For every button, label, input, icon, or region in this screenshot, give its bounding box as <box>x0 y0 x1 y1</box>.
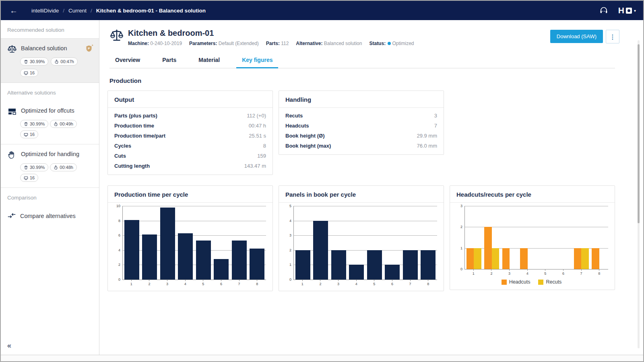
x-axis-tick-label: 7 <box>401 280 419 286</box>
solution-badge: 16 <box>20 130 38 138</box>
bar <box>367 250 382 280</box>
bar-slot <box>483 206 501 269</box>
chart-title: Panels in book per cycle <box>279 186 444 203</box>
breadcrumb-separator: / <box>91 8 92 14</box>
meta-item: Status: Optimized <box>369 41 414 46</box>
y-axis-tick-label: 8 <box>111 219 120 223</box>
stat-row: Headcuts7 <box>279 121 444 131</box>
y-axis-tick-label: 1 <box>283 263 291 267</box>
bar-slot <box>384 206 402 280</box>
y-axis-tick-label: 4 <box>283 219 291 223</box>
balance-scale-icon <box>109 28 124 43</box>
bar-chart: 024681012345678 <box>108 203 272 291</box>
y-axis-tick-label: 3 <box>283 233 291 237</box>
stack-icon <box>24 132 28 137</box>
breadcrumb-app[interactable]: intelliDivide <box>31 8 59 14</box>
page-title: Kitchen & bedroom-01 <box>128 28 414 38</box>
production-time-chart-card: Production time per cycle 02468101234567… <box>107 185 273 291</box>
stat-row: Recuts3 <box>279 111 444 121</box>
sidebar-solution-offcuts[interactable]: Optimized for offcuts 30.99%00:49h16 <box>1 101 99 144</box>
solution-badges: 30.99%00:49h16 <box>20 120 94 138</box>
bar-slot <box>348 206 366 280</box>
compare-arrows-icon <box>7 211 16 220</box>
solutions-sidebar: Recommended solution Balanced solution P… <box>1 20 99 356</box>
badge-text: 00:49h <box>60 121 73 126</box>
y-axis-tick-label: 0 <box>454 267 462 271</box>
handling-card: Handling Recuts3Headcuts7Book height (Ø)… <box>279 90 444 155</box>
chart-title: Production time per cycle <box>108 186 272 203</box>
tab-parts[interactable]: Parts <box>157 53 182 68</box>
offcut-icon <box>24 122 28 126</box>
bar <box>520 248 528 269</box>
solution-badge: 16 <box>20 69 38 77</box>
legend-swatch <box>538 280 543 285</box>
stat-value: 76.0 mm <box>417 143 437 149</box>
bar <box>502 248 510 269</box>
top-navigation-bar: ← intelliDivide / Current / Kitchen & be… <box>1 1 643 20</box>
bar <box>574 248 582 269</box>
stat-row: Production time00:47 h <box>108 121 272 131</box>
headcuts-recuts-chart-card: Headcuts/recuts per cycle 012312345678He… <box>450 185 615 290</box>
chevron-down-icon: ▾ <box>634 8 636 13</box>
comparison-header: Comparison <box>1 188 99 206</box>
breadcrumb-folder[interactable]: Current <box>68 8 87 14</box>
account-menu[interactable]: H ▾ <box>618 6 636 15</box>
offcut-board-icon <box>7 107 17 116</box>
bar <box>474 248 481 269</box>
x-axis-tick-label: 2 <box>483 269 501 276</box>
badge-text: 16 <box>30 175 35 180</box>
alternative-solutions-header: Alternative solutions <box>1 83 99 101</box>
bar <box>385 265 400 280</box>
tab-key-figures[interactable]: Key figures <box>236 53 278 68</box>
offcut-icon <box>24 60 28 64</box>
bar <box>124 220 139 280</box>
badge-text: 30.99% <box>30 59 45 64</box>
legend-swatch <box>502 280 507 285</box>
bar <box>232 241 247 280</box>
solution-name: Optimized for handling <box>21 150 94 157</box>
bar-slot <box>213 206 231 280</box>
x-axis-tick-label: 4 <box>518 269 537 276</box>
plot-area: 0123 <box>464 206 608 269</box>
bar-slot <box>177 206 195 280</box>
status-dot <box>388 42 391 45</box>
tab-material[interactable]: Material <box>193 53 225 68</box>
bar <box>421 250 436 280</box>
y-axis-tick-label: 3 <box>454 204 462 208</box>
kebab-menu-button[interactable]: ⋮ <box>606 30 619 43</box>
y-axis-tick-label: 10 <box>111 204 120 208</box>
stat-label: Production time/part <box>114 133 165 139</box>
sidebar-solution-balanced[interactable]: Balanced solution P 30.99%00:47h16 <box>1 38 99 83</box>
x-axis-tick-label: 4 <box>347 280 365 286</box>
meta-item: Parameters: Default (Extended) <box>189 41 259 46</box>
stat-row: Cuts159 <box>108 151 272 161</box>
stat-value: 143.47 m <box>244 163 266 169</box>
y-axis-tick-label: 2 <box>283 248 291 252</box>
x-axis-tick-label: 3 <box>158 280 176 286</box>
scrollbar-thumb[interactable] <box>638 44 640 223</box>
stat-label: Recuts <box>285 113 303 119</box>
x-axis-tick-label: 1 <box>293 280 312 286</box>
bar-slot <box>230 206 248 280</box>
stat-value: 25.51 s <box>249 133 266 139</box>
back-arrow-icon[interactable]: ← <box>7 4 20 17</box>
download-saw-button[interactable]: Download (SAW) <box>550 30 603 43</box>
sidebar-collapse-button[interactable]: « <box>1 341 99 356</box>
grouped-bar-chart: 012312345678HeadcutsRecuts <box>450 203 615 290</box>
stat-label: Headcuts <box>285 123 309 129</box>
recommended-solution-header: Recommended solution <box>1 20 99 38</box>
x-axis-tick-label: 8 <box>248 280 266 286</box>
homag-logo: H <box>618 6 624 15</box>
compare-alternatives-label: Compare alternatives <box>20 212 93 219</box>
job-meta: Machine: 0-240-10-2019Parameters: Defaul… <box>128 41 414 46</box>
x-axis-tick-label: 5 <box>365 280 384 286</box>
premium-shield-icon: P <box>85 44 94 53</box>
x-axis-tick-label: 6 <box>212 280 230 286</box>
badge-text: 00:48h <box>60 165 73 170</box>
sidebar-solution-handling[interactable]: Optimized for handling 30.99%00:48h16 <box>1 144 99 188</box>
compare-alternatives-item[interactable]: Compare alternatives <box>1 206 99 225</box>
stat-row: Cycles8 <box>108 141 272 151</box>
support-headset-icon[interactable] <box>598 5 609 16</box>
tab-overview[interactable]: Overview <box>109 53 146 68</box>
solution-badge: 00:47h <box>51 58 78 66</box>
